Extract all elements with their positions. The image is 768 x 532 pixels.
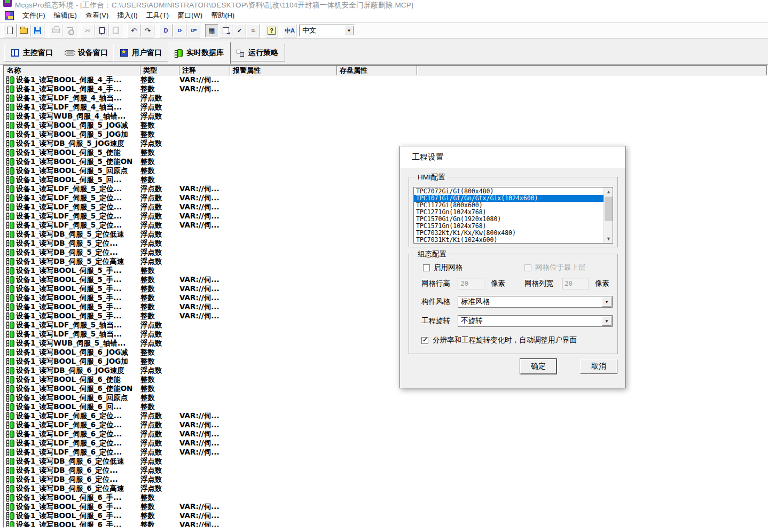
table-row[interactable]: 设备1_读写BOOL_伺服_6_回...整数: [4, 402, 767, 411]
table-row[interactable]: 设备1_读写DB_伺服_5_定位...浮点数: [4, 248, 767, 257]
table-row[interactable]: 设备1_读写BOOL_伺服_5_手...整数VAR://伺...: [4, 284, 767, 293]
table-row[interactable]: 设备1_读写LDF_伺服_5_定位...浮点数VAR://伺...: [4, 212, 767, 221]
table-row[interactable]: 设备1_读写BOOL_伺服_6_手...整数: [4, 493, 767, 502]
sort-button[interactable]: ≡↓: [247, 24, 260, 37]
chevron-down-icon[interactable]: ▼: [602, 297, 612, 307]
table-row[interactable]: 设备1_读写BOOL_伺服_6_手...整数VAR://伺...: [4, 511, 767, 520]
data-tree-button[interactable]: D-: [173, 24, 186, 37]
table-row[interactable]: 设备1_读写LDF_伺服_6_定位...浮点数VAR://伺...: [4, 420, 767, 429]
column-header-注释[interactable]: 注释: [179, 66, 230, 75]
new-button[interactable]: [3, 24, 17, 37]
table-row[interactable]: 设备1_读写WUB_伺服_4_轴错...浮点数: [4, 112, 767, 121]
redo-button[interactable]: ↷: [141, 24, 154, 37]
chevron-down-icon[interactable]: ▼: [602, 316, 612, 326]
scroll-down-icon[interactable]: ▼: [604, 234, 613, 243]
table-row[interactable]: 设备1_读写LDF_伺服_6_定位...浮点数VAR://伺...: [4, 448, 767, 457]
properties-button[interactable]: [219, 24, 232, 37]
table-row[interactable]: 设备1_读写BOOL_伺服_6_使能ON整数: [4, 384, 767, 393]
component-style-select[interactable]: 标准风格 ▼: [458, 296, 613, 308]
table-row[interactable]: 设备1_读写DB_伺服_5_定位低速浮点数: [4, 230, 767, 239]
data-object-button[interactable]: D: [159, 24, 173, 37]
listbox-scrollbar[interactable]: ▲ ▼: [604, 187, 613, 243]
table-row[interactable]: 设备1_读写DB_伺服_5_定位...浮点数: [4, 239, 767, 248]
menu-帮助H[interactable]: 帮助(H): [207, 9, 239, 22]
variable-list-icon: [6, 240, 9, 247]
scroll-up-icon[interactable]: ▲: [604, 187, 613, 196]
tab-用户窗口[interactable]: 用户窗口: [113, 44, 169, 61]
table-row[interactable]: 设备1_读写BOOL_伺服_4_手...整数VAR://伺...: [4, 84, 767, 93]
table-row[interactable]: 设备1_读写LDF_伺服_4_轴当...浮点数: [4, 93, 767, 103]
hmi-model-option[interactable]: TPC7031Kt/Ki(1024x600): [414, 237, 604, 243]
menu-窗口W[interactable]: 窗口(W): [173, 9, 207, 22]
table-row[interactable]: 设备1_读写DB_伺服_5_定位高速浮点数: [4, 257, 767, 266]
syntax-check-button[interactable]: ✓: [233, 24, 246, 37]
table-row[interactable]: 设备1_读写LDF_伺服_5_定位...浮点数VAR://伺...: [4, 202, 767, 212]
ok-button[interactable]: 确定: [520, 359, 557, 374]
table-row[interactable]: 设备1_读写BOOL_伺服_5_回...整数: [4, 175, 767, 184]
table-row[interactable]: 设备1_读写DB_伺服_6_定位低速浮点数: [4, 457, 767, 466]
menu-文件F[interactable]: 文件(F): [18, 9, 50, 22]
table-row[interactable]: 设备1_读写BOOL_伺服_5_手...整数VAR://伺...: [4, 293, 767, 302]
table-row[interactable]: 设备1_读写LDF_伺服_5_定位...浮点数VAR://伺...: [4, 184, 767, 193]
table-row[interactable]: 设备1_读写BOOL_伺服_6_回原点整数: [4, 393, 767, 402]
open-button[interactable]: [17, 24, 30, 37]
table-row[interactable]: 设备1_读写WUB_伺服_5_轴错...浮点数: [4, 339, 767, 348]
hmi-model-listbox[interactable]: TPC7072Gi/Gt(800x480)TPC1071Gi/Gt/Gn/Gtx…: [413, 187, 613, 244]
table-row[interactable]: 设备1_读写DB_伺服_6_JOG速度浮点数: [4, 366, 767, 375]
grid-view-button[interactable]: ▦: [205, 24, 218, 37]
help-button[interactable]: ?: [265, 24, 278, 37]
table-row[interactable]: 设备1_读写LDF_伺服_6_定位...浮点数VAR://伺...: [4, 439, 767, 448]
column-header-名称[interactable]: 名称: [4, 66, 140, 75]
table-row[interactable]: 设备1_读写BOOL_伺服_6_手...整数VAR://伺...: [4, 520, 767, 527]
table-row[interactable]: 设备1_读写BOOL_伺服_6_手...整数VAR://伺...: [4, 502, 767, 511]
auto-adjust-checkbox[interactable]: [421, 337, 428, 344]
tab-主控窗口[interactable]: 主控窗口: [4, 44, 60, 61]
table-row[interactable]: 设备1_读写LDF_伺服_5_定位...浮点数VAR://伺...: [4, 221, 767, 230]
save-button[interactable]: [31, 24, 44, 37]
menu-编辑E[interactable]: 编辑(E): [50, 9, 81, 22]
scroll-thumb[interactable]: [605, 197, 613, 221]
column-header-存盘属性[interactable]: 存盘属性: [337, 66, 417, 75]
table-row[interactable]: 设备1_读写LDF_伺服_6_定位...浮点数VAR://伺...: [4, 411, 767, 420]
tab-运行策略[interactable]: 运行策略: [230, 44, 285, 61]
tab-设备窗口[interactable]: 设备窗口: [59, 44, 115, 61]
table-row[interactable]: 设备1_读写BOOL_伺服_5_手...整数VAR://伺...: [4, 275, 767, 284]
data-group-button[interactable]: D=: [187, 24, 200, 37]
table-row[interactable]: 设备1_读写BOOL_伺服_5_使能整数: [4, 148, 767, 157]
copy-button[interactable]: [95, 24, 108, 37]
table-row[interactable]: 设备1_读写LDF_伺服_5_定位...浮点数VAR://伺...: [4, 193, 767, 202]
undo-button[interactable]: ↶: [127, 24, 140, 37]
table-row[interactable]: 设备1_读写LDF_伺服_6_定位...浮点数VAR://伺...: [4, 429, 767, 439]
table-row[interactable]: 设备1_读写LDF_伺服_5_轴当...浮点数: [4, 330, 767, 339]
language-button[interactable]: 中A: [283, 24, 296, 37]
table-row[interactable]: 设备1_读写LDF_伺服_5_轴当...浮点数: [4, 320, 767, 330]
table-row[interactable]: 设备1_读写BOOL_伺服_5_JOG加整数: [4, 130, 767, 139]
menu-查看V[interactable]: 查看(V): [81, 9, 113, 22]
table-row[interactable]: 设备1_读写BOOL_伺服_5_使能ON整数: [4, 157, 767, 166]
table-row[interactable]: 设备1_读写LDF_伺服_4_轴当...浮点数: [4, 103, 767, 112]
table-row[interactable]: 设备1_读写DB_伺服_6_定位高速浮点数: [4, 484, 767, 493]
table-row[interactable]: 设备1_读写BOOL_伺服_5_手...整数VAR://伺...: [4, 311, 767, 320]
table-row[interactable]: 设备1_读写BOOL_伺服_5_JOG减整数: [4, 121, 767, 130]
enable-grid-checkbox[interactable]: [423, 264, 430, 271]
table-row[interactable]: 设备1_读写BOOL_伺服_6_使能整数: [4, 375, 767, 384]
table-row[interactable]: 设备1_读写BOOL_伺服_5_手...整数VAR://伺...: [4, 302, 767, 311]
column-header-类型[interactable]: 类型: [140, 66, 179, 75]
table-row[interactable]: 设备1_读写BOOL_伺服_6_JOG减整数: [4, 348, 767, 357]
table-row[interactable]: 设备1_读写BOOL_伺服_4_手...整数VAR://伺...: [4, 75, 767, 84]
table-row[interactable]: 设备1_读写DB_伺服_5_JOG速度浮点数: [4, 139, 767, 148]
column-header-报警属性[interactable]: 报警属性: [230, 66, 337, 75]
table-row[interactable]: 设备1_读写BOOL_伺服_5_回原点整数: [4, 166, 767, 175]
table-row[interactable]: 设备1_读写DB_伺服_6_定位...浮点数: [4, 466, 767, 475]
menu-插入I[interactable]: 插入(I): [113, 9, 142, 22]
tab-实时数据库[interactable]: 实时数据库: [168, 42, 231, 64]
language-select[interactable]: 中文 ▼: [299, 25, 355, 36]
table-row[interactable]: 设备1_读写BOOL_伺服_5_手...整数: [4, 266, 767, 275]
chevron-down-icon[interactable]: ▼: [344, 26, 354, 35]
menu-工具T[interactable]: 工具(T): [142, 9, 174, 22]
project-settings-dialog: 工程设置 HMI配置 TPC7072Gi/Gt(800x480)TPC1071G…: [399, 146, 626, 388]
cancel-button[interactable]: 取消: [580, 359, 617, 374]
table-row[interactable]: 设备1_读写DB_伺服_6_定位...浮点数: [4, 475, 767, 484]
table-row[interactable]: 设备1_读写BOOL_伺服_6_JOG加整数: [4, 357, 767, 366]
rotation-select[interactable]: 不旋转 ▼: [458, 315, 613, 327]
